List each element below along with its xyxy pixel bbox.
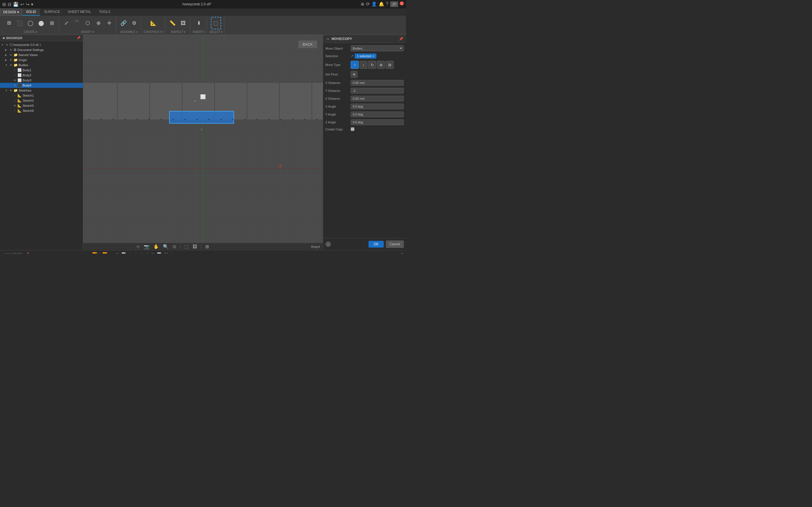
tab-tools[interactable]: TOOLS bbox=[95, 8, 114, 16]
browser-pin-icon[interactable]: 📌 bbox=[77, 36, 81, 40]
undo-icon[interactable]: ↩ bbox=[20, 2, 24, 7]
z-distance-input[interactable] bbox=[351, 96, 404, 101]
grid-icon[interactable]: ⊟ bbox=[8, 2, 11, 7]
selected-body[interactable] bbox=[169, 111, 234, 124]
grid-btn[interactable]: ⊞ bbox=[204, 243, 210, 250]
select-btn1[interactable]: ⬚ bbox=[211, 17, 221, 29]
revolve-btn[interactable]: ◯ bbox=[26, 17, 36, 29]
plane-move-btn[interactable]: ⊞ bbox=[386, 61, 394, 69]
rotate-btn[interactable]: ↻ bbox=[368, 61, 376, 69]
tl-tool5-btn[interactable]: ⬚ bbox=[139, 252, 144, 254]
assemble-btn2[interactable]: ⚙ bbox=[129, 17, 139, 29]
construct-btn1[interactable]: 📐 bbox=[148, 17, 158, 29]
close-button[interactable]: × bbox=[400, 1, 404, 5]
tl-tool9-btn[interactable]: ⬛ bbox=[163, 252, 169, 254]
move-arrow-down[interactable]: ↓ bbox=[200, 126, 202, 131]
tl-tool6-btn[interactable]: ✛ bbox=[145, 252, 149, 254]
ok-button[interactable]: OK bbox=[368, 241, 384, 247]
zoom-tool-btn[interactable]: 🔍 bbox=[162, 243, 170, 250]
view-cube-btn[interactable]: ⬚ bbox=[183, 243, 190, 250]
tl-tool7-btn[interactable]: ⊞ bbox=[151, 252, 155, 254]
settings-icon[interactable]: ⚙ bbox=[400, 252, 404, 254]
point-move-btn[interactable]: ⊕ bbox=[377, 61, 385, 69]
redo-icon[interactable]: ↪ bbox=[26, 2, 29, 7]
tab-surface[interactable]: SURFACE bbox=[40, 8, 64, 16]
tree-item-root[interactable]: ▼ 👁 ⬡ honeycomb 2.0 v6 ℹ bbox=[0, 42, 83, 47]
zoom-fit-btn[interactable]: ⊙ bbox=[171, 243, 177, 250]
selection-badge[interactable]: 1 selected × bbox=[355, 54, 376, 59]
z-angle-input[interactable] bbox=[351, 119, 404, 125]
back-label[interactable]: BACK bbox=[298, 41, 317, 48]
shell-btn[interactable]: ⬡ bbox=[83, 17, 93, 29]
pan-tool-btn[interactable]: ✋ bbox=[152, 243, 160, 250]
tree-item-body3[interactable]: 👁 ⬜ Body3 bbox=[0, 78, 83, 83]
add-tab-icon[interactable]: ⊕ bbox=[361, 1, 364, 7]
x-angle-input[interactable] bbox=[351, 104, 404, 109]
refresh-icon[interactable]: ⟳ bbox=[366, 1, 370, 7]
tl-tool8-btn[interactable]: ⬜ bbox=[156, 252, 162, 254]
selection-clear-btn[interactable]: × bbox=[372, 54, 374, 58]
tree-item-origin[interactable]: ▶ 👁 📁 Origin bbox=[0, 57, 83, 62]
toggle-root[interactable]: ▼ bbox=[1, 43, 5, 46]
free-move-btn[interactable]: ⊹ bbox=[351, 61, 359, 69]
design-dropdown[interactable]: DESIGN ▾ bbox=[0, 8, 22, 16]
tl-tool3-btn[interactable]: ⊹ bbox=[128, 252, 132, 254]
app-menu-icon[interactable]: ⊞ bbox=[2, 2, 6, 7]
user-icon[interactable]: JP bbox=[390, 1, 398, 7]
move-object-select[interactable]: Bodies... ▾ bbox=[351, 45, 404, 51]
tree-item-sketch6[interactable]: 👁 📐 Sketch6 bbox=[0, 108, 83, 113]
save-icon[interactable]: 💾 bbox=[13, 2, 18, 7]
display-mode-btn[interactable]: 🖼 bbox=[192, 244, 198, 250]
create-copy-checkbox[interactable] bbox=[351, 127, 354, 131]
toggle-origin[interactable]: ▶ bbox=[5, 59, 9, 61]
extrude-btn[interactable]: ⬛ bbox=[15, 17, 25, 29]
fillet-btn[interactable]: ⌒ bbox=[72, 17, 82, 29]
new-component-btn[interactable]: ⊞ bbox=[4, 17, 14, 29]
more-icon[interactable]: ▾ bbox=[31, 2, 33, 7]
tl-tool4-btn[interactable]: ⊕ bbox=[133, 252, 138, 254]
tl-last-btn[interactable]: ⏭ bbox=[108, 252, 112, 254]
split-btn[interactable]: ✛ bbox=[104, 17, 114, 29]
move-arrow-left[interactable]: ← bbox=[193, 98, 198, 103]
inspect-btn2[interactable]: 🖼 bbox=[178, 17, 188, 29]
notification-icon[interactable]: 🔔 bbox=[378, 1, 384, 7]
panel-pin-icon[interactable]: 📌 bbox=[399, 37, 403, 41]
orbit-tool-btn[interactable]: 📷 bbox=[143, 243, 151, 250]
set-pivot-btn[interactable]: ⊕ bbox=[351, 71, 357, 78]
comments-pin-icon[interactable]: 📌 bbox=[24, 252, 30, 254]
inspect-btn1[interactable]: 📏 bbox=[167, 17, 177, 29]
tl-play-btn[interactable]: ▶ bbox=[98, 252, 101, 254]
x-distance-input[interactable] bbox=[351, 80, 404, 86]
tab-sheet-metal[interactable]: SHEET METAL bbox=[64, 8, 95, 16]
combine-btn[interactable]: ⊕ bbox=[93, 17, 103, 29]
tree-item-sketch1[interactable]: 👁 📐 Sketch1 bbox=[0, 93, 83, 98]
toggle-named-views[interactable]: ▶ bbox=[5, 54, 9, 56]
tree-item-body4[interactable]: 👁 ⬛ Body4 bbox=[0, 83, 83, 88]
cursor-tool-btn[interactable]: ⊹ bbox=[135, 243, 141, 250]
tl-prev-btn[interactable]: ⏪ bbox=[92, 252, 97, 254]
assemble-btn1[interactable]: 🔗 bbox=[118, 17, 129, 29]
tree-item-sketch5[interactable]: 👁 📐 Sketch5 bbox=[0, 103, 83, 108]
tab-solid[interactable]: SOLID bbox=[22, 8, 40, 16]
profile-icon[interactable]: 👤 bbox=[371, 1, 377, 7]
hole-btn[interactable]: ⬤ bbox=[36, 17, 46, 29]
info-button[interactable]: i bbox=[325, 241, 331, 247]
tl-more-btn[interactable]: ≡ bbox=[174, 252, 177, 254]
help-icon[interactable]: ? bbox=[386, 1, 389, 7]
toggle-sketches[interactable]: ▼ bbox=[5, 89, 9, 92]
tree-item-sketches[interactable]: ▼ 👁 📁 Sketches bbox=[0, 88, 83, 93]
y-angle-input[interactable] bbox=[351, 112, 404, 117]
tl-next-btn[interactable]: ⏩ bbox=[102, 252, 107, 254]
move-handle[interactable]: ⬜ bbox=[200, 94, 206, 100]
toggle-bodies[interactable]: ▼ bbox=[5, 64, 9, 66]
tree-item-sketch2[interactable]: 👁 📐 Sketch2 bbox=[0, 98, 83, 103]
comments-expand-icon[interactable]: ▶ bbox=[32, 252, 36, 254]
insert-btn1[interactable]: ⬇ bbox=[194, 17, 204, 29]
tree-item-body2[interactable]: 👁 ⬜ Body2 bbox=[0, 73, 83, 78]
press-pull-btn[interactable]: ⤢ bbox=[61, 17, 71, 29]
tl-tool1-btn[interactable]: ⊞ bbox=[115, 252, 119, 254]
axis-move-btn[interactable]: ↕ bbox=[359, 61, 367, 69]
toggle-doc-settings[interactable]: ▶ bbox=[5, 48, 9, 51]
tree-item-named-views[interactable]: ▶ 👁 📁 Named Views bbox=[0, 52, 83, 57]
y-distance-input[interactable] bbox=[351, 88, 404, 94]
